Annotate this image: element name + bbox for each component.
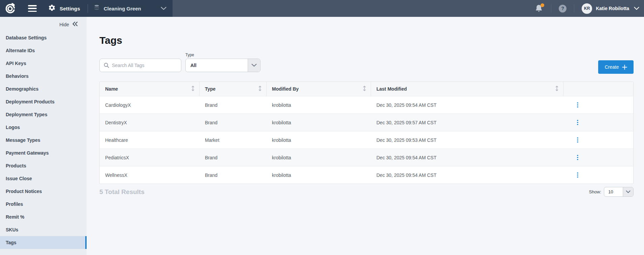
type-filter-select[interactable]: All <box>185 59 260 72</box>
question-mark-icon: ? <box>561 6 564 11</box>
cell-last-modified: Dec 30, 2025 09:54 AM CST <box>371 149 563 166</box>
sidebar-item-logos[interactable]: Logos <box>0 121 87 134</box>
sidebar-item-remit-[interactable]: Remit % <box>0 211 87 223</box>
user-name: Katie Robilotta <box>596 6 629 11</box>
cell-last-modified: Dec 30, 2025 09:53 AM CST <box>371 131 563 149</box>
sidebar-item-behaviors[interactable]: Behaviors <box>0 70 87 83</box>
tags-table: Name Type Modified By Last Modified <box>99 82 634 184</box>
table-footer: 5 Total Results Show: 10 <box>99 187 634 197</box>
sidebar-item-api-keys[interactable]: API Keys <box>0 57 87 70</box>
plus-icon <box>622 65 627 70</box>
page-size-group: Show: 10 <box>589 187 634 197</box>
sort-icon[interactable] <box>555 86 558 93</box>
type-filter-group: Type All <box>185 53 260 72</box>
sidebar-item-deployment-types[interactable]: Deployment Types <box>0 108 87 121</box>
row-menu-kebab-icon[interactable] <box>576 171 580 179</box>
search-input[interactable] <box>109 59 181 72</box>
menu-icon[interactable] <box>28 5 37 12</box>
row-menu-kebab-icon[interactable] <box>576 119 580 127</box>
controls-row: Type All Create <box>99 53 634 72</box>
cell-last-modified: Dec 30, 2025 09:54 AM CST <box>371 96 563 114</box>
sidebar-item-products[interactable]: Products <box>0 159 87 172</box>
column-header-type[interactable]: Type <box>200 82 267 96</box>
user-menu-chevron-icon[interactable] <box>634 5 639 11</box>
sidebar-item-demographics[interactable]: Demographics <box>0 83 87 95</box>
cell-last-modified: Dec 30, 2025 09:57 AM CST <box>371 114 563 131</box>
sidebar-item-product-notices[interactable]: Product Notices <box>0 185 87 198</box>
settings-nav[interactable]: Settings <box>48 4 80 13</box>
column-header-last-modified[interactable]: Last Modified <box>371 82 563 96</box>
table-row[interactable]: Healthcare Market krobilotta Dec 30, 202… <box>100 131 633 149</box>
cell-actions <box>563 96 633 114</box>
topbar-separator <box>551 4 551 12</box>
cell-type: Brand <box>200 96 267 114</box>
page-title: Tags <box>99 35 634 46</box>
type-filter-label: Type <box>185 53 260 57</box>
top-bar-right: ? KR Katie Robilotta <box>535 0 644 17</box>
row-menu-kebab-icon[interactable] <box>576 154 580 162</box>
sidebar-item-database-settings[interactable]: Database Settings <box>0 31 87 44</box>
table-row[interactable]: CardiologyX Brand krobilotta Dec 30, 202… <box>100 96 633 114</box>
cell-modified-by: krobilotta <box>267 96 371 114</box>
avatar[interactable]: KR <box>582 3 592 14</box>
main-content: Tags Type All Create <box>87 17 644 255</box>
search-icon <box>104 63 109 68</box>
cell-modified-by: krobilotta <box>267 149 371 166</box>
sidebar-item-message-types[interactable]: Message Types <box>0 134 87 147</box>
hide-sidebar-button[interactable]: Hide <box>0 17 87 28</box>
sidebar-item-deployment-products[interactable]: Deployment Products <box>0 95 87 108</box>
page-size-label: Show: <box>589 189 601 194</box>
topbar-separator <box>574 4 574 12</box>
page-size-select[interactable]: 10 <box>604 187 634 197</box>
sidebar-item-payment-gateways[interactable]: Payment Gateways <box>0 147 87 159</box>
collapse-chevrons-icon <box>72 22 78 28</box>
row-menu-kebab-icon[interactable] <box>576 101 580 109</box>
table-row[interactable]: DentistryX Brand krobilotta Dec 30, 2025… <box>100 114 633 131</box>
page-size-value: 10 <box>604 187 623 196</box>
table-body: CardiologyX Brand krobilotta Dec 30, 202… <box>100 96 633 184</box>
row-menu-kebab-icon[interactable] <box>576 136 580 144</box>
column-header-modified-by[interactable]: Modified By <box>267 82 371 96</box>
cell-actions <box>563 114 633 131</box>
cell-modified-by: krobilotta <box>267 114 371 131</box>
cell-type: Brand <box>200 149 267 166</box>
create-button[interactable]: Create <box>598 60 634 74</box>
gear-icon <box>48 4 56 13</box>
sidebar-nav: Database Settings Alternate IDs API Keys… <box>0 31 87 249</box>
workspace-selector[interactable]: Cleaning Green <box>88 0 173 17</box>
chevron-down-icon <box>248 59 260 72</box>
cell-name: DentistryX <box>100 114 200 131</box>
cell-actions <box>563 166 633 184</box>
sidebar-item-tags[interactable]: Tags <box>0 236 87 249</box>
chevron-down-icon <box>161 5 166 11</box>
cell-name: CardiologyX <box>100 96 200 114</box>
cell-name: Healthcare <box>100 131 200 149</box>
table-row[interactable]: PediatricsX Brand krobilotta Dec 30, 202… <box>100 149 633 166</box>
sort-icon[interactable] <box>363 86 366 93</box>
sidebar-item-profiles[interactable]: Profiles <box>0 198 87 211</box>
cell-last-modified: Dec 30, 2025 09:54 AM CST <box>371 166 563 184</box>
cell-name: PediatricsX <box>100 149 200 166</box>
create-button-label: Create <box>605 64 619 70</box>
cell-type: Brand <box>200 166 267 184</box>
notifications-button[interactable] <box>535 4 544 13</box>
hide-label: Hide <box>59 22 69 27</box>
column-header-name[interactable]: Name <box>100 82 200 96</box>
cell-modified-by: krobilotta <box>267 131 371 149</box>
avatar-initials: KR <box>584 6 590 11</box>
table-row[interactable]: WellnessX Brand krobilotta Dec 30, 2025 … <box>100 166 633 184</box>
app-logo-icon[interactable] <box>4 3 16 14</box>
cell-modified-by: krobilotta <box>267 166 371 184</box>
total-results: 5 Total Results <box>99 188 145 196</box>
cell-actions <box>563 131 633 149</box>
database-icon <box>94 5 99 12</box>
table-header-row: Name Type Modified By Last Modified <box>100 82 633 96</box>
sidebar-item-issue-close[interactable]: Issue Close <box>0 172 87 185</box>
help-button[interactable]: ? <box>559 5 566 12</box>
sort-icon[interactable] <box>191 86 194 93</box>
settings-label: Settings <box>60 6 80 11</box>
sort-icon[interactable] <box>258 86 262 93</box>
sidebar-item-skus[interactable]: SKUs <box>0 223 87 236</box>
sidebar-item-alternate-ids[interactable]: Alternate IDs <box>0 44 87 57</box>
workspace-name: Cleaning Green <box>104 6 141 11</box>
